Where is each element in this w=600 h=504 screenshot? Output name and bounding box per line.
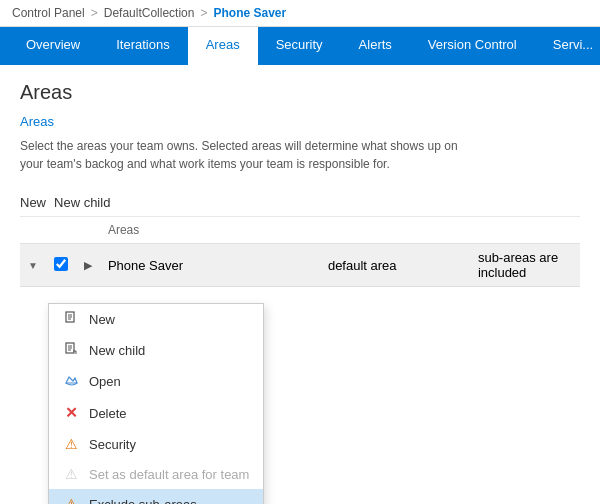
nav-tabs: Overview Iterations Areas Security Alert… bbox=[0, 27, 600, 65]
menu-exclude-label: Exclude sub-areas bbox=[89, 497, 197, 505]
col-areas-header: Areas bbox=[100, 217, 320, 244]
menu-item-open[interactable]: Open bbox=[49, 366, 263, 397]
page-title: Areas bbox=[20, 81, 580, 104]
open-icon bbox=[63, 373, 79, 390]
col-icon-header bbox=[76, 217, 100, 244]
breadcrumb-control-panel[interactable]: Control Panel bbox=[12, 6, 85, 20]
row-checkbox[interactable] bbox=[54, 257, 68, 271]
menu-set-default-label: Set as default area for team bbox=[89, 467, 249, 482]
table-row[interactable]: ▼ ▶ Phone Saver default area sub-areas a… bbox=[20, 244, 580, 287]
areas-link[interactable]: Areas bbox=[20, 114, 580, 129]
menu-item-set-default: ⚠ Set as default area for team bbox=[49, 459, 263, 489]
security-icon: ⚠ bbox=[63, 436, 79, 452]
tab-version-control[interactable]: Version Control bbox=[410, 27, 535, 65]
tab-areas[interactable]: Areas bbox=[188, 27, 258, 65]
tab-servi[interactable]: Servi... bbox=[535, 27, 600, 65]
row-default: default area bbox=[320, 244, 470, 287]
page-content: Areas Areas Select the areas your team o… bbox=[0, 65, 600, 303]
tab-overview[interactable]: Overview bbox=[8, 27, 98, 65]
col-expand-header bbox=[20, 217, 46, 244]
menu-item-exclude[interactable]: ⚠ Exclude sub-areas bbox=[49, 489, 263, 504]
col-subareas-header bbox=[470, 217, 580, 244]
toolbar: New New child bbox=[20, 189, 580, 217]
tab-iterations[interactable]: Iterations bbox=[98, 27, 187, 65]
row-subareas: sub-areas are included bbox=[470, 244, 580, 287]
menu-item-security[interactable]: ⚠ Security bbox=[49, 429, 263, 459]
breadcrumb-sep2: > bbox=[200, 6, 207, 20]
menu-delete-label: Delete bbox=[89, 406, 127, 421]
exclude-icon: ⚠ bbox=[63, 496, 79, 504]
set-default-icon: ⚠ bbox=[63, 466, 79, 482]
menu-security-label: Security bbox=[89, 437, 136, 452]
context-menu: New New child Open ✕ Delete ⚠ Security ⚠… bbox=[48, 303, 264, 504]
menu-item-new[interactable]: New bbox=[49, 304, 263, 335]
col-default-header bbox=[320, 217, 470, 244]
new-icon bbox=[63, 311, 79, 328]
tab-alerts[interactable]: Alerts bbox=[341, 27, 410, 65]
menu-new-child-label: New child bbox=[89, 343, 145, 358]
menu-item-delete[interactable]: ✕ Delete bbox=[49, 397, 263, 429]
menu-open-label: Open bbox=[89, 374, 121, 389]
delete-icon: ✕ bbox=[63, 404, 79, 422]
row-name: Phone Saver bbox=[100, 244, 320, 287]
breadcrumb-sep1: > bbox=[91, 6, 98, 20]
page-description: Select the areas your team owns. Selecte… bbox=[20, 137, 580, 173]
menu-item-new-child[interactable]: New child bbox=[49, 335, 263, 366]
new-child-button[interactable]: New child bbox=[54, 195, 110, 210]
new-child-icon bbox=[63, 342, 79, 359]
new-button[interactable]: New bbox=[20, 195, 46, 210]
breadcrumb-default-collection[interactable]: DefaultCollection bbox=[104, 6, 195, 20]
breadcrumb: Control Panel > DefaultCollection > Phon… bbox=[0, 0, 600, 27]
row-checkbox-cell[interactable] bbox=[46, 244, 76, 287]
areas-table: Areas ▼ ▶ Phone Saver default area sub-a… bbox=[20, 217, 580, 287]
col-check-header bbox=[46, 217, 76, 244]
menu-new-label: New bbox=[89, 312, 115, 327]
tab-security[interactable]: Security bbox=[258, 27, 341, 65]
row-expand[interactable]: ▼ bbox=[20, 244, 46, 287]
row-folder-icon: ▶ bbox=[76, 244, 100, 287]
breadcrumb-phone-saver[interactable]: Phone Saver bbox=[213, 6, 286, 20]
